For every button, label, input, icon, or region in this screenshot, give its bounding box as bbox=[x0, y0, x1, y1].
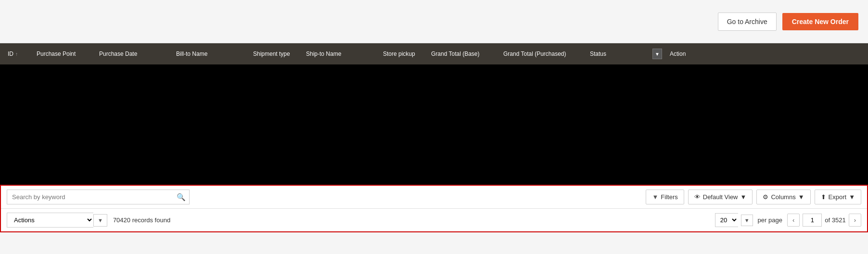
default-view-button[interactable]: 👁 Default View ▼ bbox=[688, 190, 753, 204]
prev-page-button[interactable]: ‹ bbox=[787, 214, 800, 227]
per-page-select[interactable]: 20 bbox=[715, 213, 738, 227]
col-pp-label: Purchase Point bbox=[37, 51, 76, 57]
actions-dropdown-button[interactable]: ▼ bbox=[93, 214, 107, 227]
filter-icon: ▼ bbox=[652, 193, 658, 201]
records-count: 70420 records found bbox=[113, 216, 170, 224]
columns-button[interactable]: ⚙ Columns ▼ bbox=[756, 190, 810, 204]
col-btn-label: Bill-to Name bbox=[176, 51, 207, 57]
default-view-label: Default View bbox=[703, 193, 738, 201]
search-input[interactable] bbox=[7, 190, 190, 204]
eye-icon: 👁 bbox=[694, 193, 701, 201]
next-page-button[interactable]: › bbox=[849, 214, 861, 227]
bottom-toolbar: 🔍 ▼ Filters 👁 Default View ▼ ⚙ Columns ▼… bbox=[0, 185, 868, 232]
per-page-label: per page bbox=[758, 216, 782, 224]
col-purchase-point[interactable]: Purchase Point bbox=[33, 51, 95, 57]
table-header: ID ↑ Purchase Point Purchase Date Bill-t… bbox=[0, 43, 868, 64]
page-input[interactable] bbox=[803, 214, 822, 227]
gear-icon: ⚙ bbox=[763, 193, 768, 201]
columns-label: Columns bbox=[771, 193, 795, 201]
table-body-area bbox=[0, 64, 868, 185]
header-bar: Go to Archive Create New Order bbox=[0, 0, 868, 43]
col-gtp-label: Grand Total (Purchased) bbox=[503, 51, 566, 57]
default-view-chevron-icon: ▼ bbox=[740, 193, 747, 201]
actions-select-wrap: Actions ▼ bbox=[7, 213, 107, 228]
col-sp-label: Store pickup bbox=[383, 51, 415, 57]
col-action: Action bbox=[666, 51, 864, 57]
col-shipment-type[interactable]: Shipment type bbox=[249, 51, 302, 57]
toolbar-right-buttons: ▼ Filters 👁 Default View ▼ ⚙ Columns ▼ ⬆… bbox=[646, 190, 861, 204]
col-toggle[interactable]: ▼ bbox=[649, 49, 666, 59]
archive-button[interactable]: Go to Archive bbox=[718, 13, 777, 31]
col-status-label: Status bbox=[590, 51, 606, 57]
col-id-label: ID bbox=[8, 51, 13, 57]
col-pd-label: Purchase Date bbox=[99, 51, 137, 57]
col-purchase-date[interactable]: Purchase Date bbox=[95, 51, 172, 57]
col-id[interactable]: ID ↑ bbox=[4, 51, 33, 57]
col-store-pickup[interactable]: Store pickup bbox=[379, 51, 427, 57]
col-grand-total-purchased[interactable]: Grand Total (Purchased) bbox=[499, 51, 586, 57]
export-button[interactable]: ⬆ Export ▼ bbox=[815, 190, 861, 204]
col-grand-total-base[interactable]: Grand Total (Base) bbox=[427, 51, 499, 57]
col-sn-label: Ship-to Name bbox=[306, 51, 341, 57]
actions-select[interactable]: Actions bbox=[7, 213, 93, 228]
export-chevron-icon: ▼ bbox=[849, 193, 855, 201]
per-page-dropdown-button[interactable]: ▼ bbox=[741, 215, 753, 226]
col-action-label: Action bbox=[670, 51, 686, 57]
export-icon: ⬆ bbox=[821, 193, 826, 201]
pagination-wrap: 20 ▼ per page ‹ of 3521 › bbox=[715, 213, 861, 227]
create-order-button[interactable]: Create New Order bbox=[782, 13, 858, 30]
export-label: Export bbox=[829, 193, 847, 201]
page-total: of 3521 bbox=[825, 216, 845, 224]
col-gtb-label: Grand Total (Base) bbox=[431, 51, 480, 57]
col-st-label: Shipment type bbox=[253, 51, 290, 57]
sort-icon-id: ↑ bbox=[15, 51, 18, 57]
filters-button[interactable]: ▼ Filters bbox=[646, 190, 684, 204]
columns-toggle-icon[interactable]: ▼ bbox=[652, 49, 662, 59]
actions-row: Actions ▼ 70420 records found 20 ▼ per p… bbox=[1, 209, 867, 231]
col-ship-to-name[interactable]: Ship-to Name bbox=[302, 51, 379, 57]
col-bill-to-name[interactable]: Bill-to Name bbox=[172, 51, 249, 57]
search-row: 🔍 ▼ Filters 👁 Default View ▼ ⚙ Columns ▼… bbox=[1, 186, 867, 209]
search-input-wrap: 🔍 bbox=[7, 190, 190, 204]
filters-label: Filters bbox=[661, 193, 677, 201]
columns-chevron-icon: ▼ bbox=[798, 193, 804, 201]
col-status[interactable]: Status bbox=[586, 51, 649, 57]
